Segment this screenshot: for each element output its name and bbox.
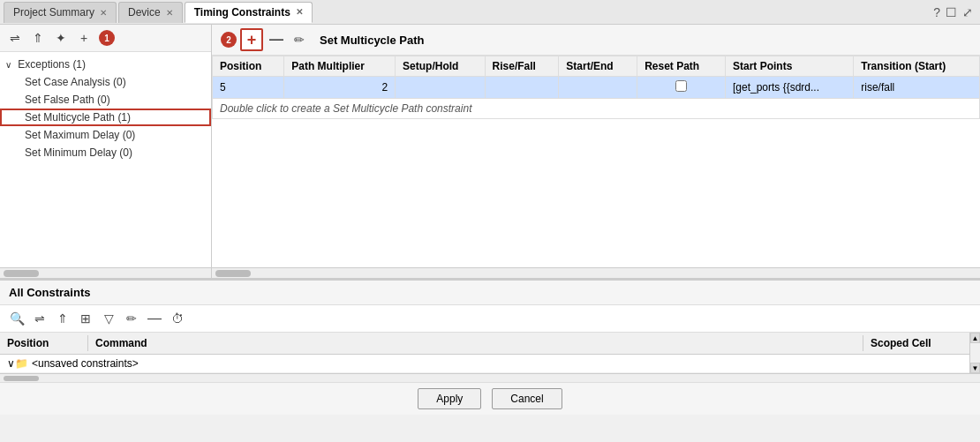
ac-hscroll[interactable]	[0, 373, 980, 382]
col-transition-start: Transition (Start)	[854, 56, 980, 77]
tree-item-set-maximum-delay[interactable]: Set Maximum Delay (0)	[0, 126, 211, 144]
tree-item-set-minimum-delay[interactable]: Set Minimum Delay (0)	[0, 144, 211, 161]
ac-content-area: Position Command Scoped Cell ∨ 📁 <unsave…	[0, 333, 980, 373]
tab-close-timing-constraints[interactable]: ✕	[296, 7, 303, 17]
tree-item-label-0: Set Case Analysis (0)	[25, 76, 126, 88]
right-panel-hscroll[interactable]	[212, 267, 980, 278]
tab-bar: Project Summary ✕ Device ✕ Timing Constr…	[0, 0, 980, 25]
ac-expand-icon: ∨	[7, 357, 15, 370]
ac-filter-button[interactable]: ▽	[99, 309, 118, 328]
expand-all-button[interactable]: ⇌	[5, 28, 25, 48]
tab-device[interactable]: Device ✕	[118, 2, 183, 23]
tree-item-label-3: Set Maximum Delay (0)	[25, 129, 135, 141]
cell-path-multiplier: 2	[284, 77, 396, 99]
vscroll-up-btn[interactable]: ▲	[970, 333, 980, 343]
top-section: ⇌ ⇑ ✦ + 1 ∨ Exceptions (1) Set Case Anal…	[0, 25, 980, 281]
ac-vscroll[interactable]: ▲ ▼	[969, 333, 980, 373]
ac-expand-all-button[interactable]: ⇌	[30, 309, 49, 328]
ac-tree-row-unsaved[interactable]: ∨ 📁 <unsaved constraints>	[0, 355, 969, 373]
col-position: Position	[213, 56, 284, 77]
cell-transition-start: rise/fall	[854, 77, 980, 99]
vscroll-down-btn[interactable]: ▼	[970, 363, 980, 373]
cell-start-end	[559, 77, 637, 99]
col-path-multiplier: Path Multiplier	[284, 56, 396, 77]
col-rise-fall: Rise/Fall	[485, 56, 559, 77]
left-toolbar: ⇌ ⇑ ✦ + 1	[0, 25, 211, 52]
tree-item-set-case-analysis[interactable]: Set Case Analysis (0)	[0, 73, 211, 91]
cancel-button[interactable]: Cancel	[492, 388, 562, 409]
tree-item-set-false-path[interactable]: Set False Path (0)	[0, 91, 211, 109]
ac-col-scoped-header: Scoped Cell	[863, 335, 969, 351]
col-start-end: Start/End	[559, 56, 637, 77]
ac-col-position-header: Position	[0, 335, 88, 351]
right-panel: 2 + — ✏ Set Multicycle Path Position Pat…	[212, 25, 980, 278]
folder-icon: 📁	[15, 357, 28, 370]
left-panel-hscroll[interactable]	[0, 267, 211, 278]
expand-icon: ∨	[5, 60, 11, 70]
ac-group-button[interactable]: ⊞	[76, 309, 95, 328]
search-button[interactable]: 🔍	[7, 309, 26, 328]
tree-area: ∨ Exceptions (1) Set Case Analysis (0) S…	[0, 52, 211, 267]
ac-table-header: Position Command Scoped Cell	[0, 333, 969, 355]
left-panel: ⇌ ⇑ ✦ + 1 ∨ Exceptions (1) Set Case Anal…	[0, 25, 212, 278]
badge-1: 1	[99, 30, 115, 46]
tree-section-label: Exceptions (1)	[18, 58, 86, 71]
hscroll-thumb-right	[215, 270, 251, 277]
button-bar: Apply Cancel	[0, 382, 980, 415]
edit-button[interactable]: ✏	[290, 30, 309, 49]
tree-item-label-1: Set False Path (0)	[25, 94, 110, 106]
table-area: Position Path Multiplier Setup/Hold Rise…	[212, 56, 980, 267]
tab-label-timing-constraints: Timing Constraints	[194, 6, 290, 19]
tree-section-exceptions[interactable]: ∨ Exceptions (1)	[0, 56, 211, 73]
cell-reset-path	[637, 77, 726, 99]
ac-unsaved-label: <unsaved constraints>	[32, 357, 139, 370]
hint-text: Double click to create a Set Multicycle …	[213, 99, 980, 119]
tree-item-label-2: Set Multicycle Path (1)	[25, 111, 131, 124]
col-reset-path: Reset Path	[637, 56, 726, 77]
help-icon[interactable]: ?	[933, 5, 940, 19]
table-hint-row: Double click to create a Set Multicycle …	[213, 99, 980, 119]
badge-2: 2	[221, 32, 237, 48]
tab-close-device[interactable]: ✕	[166, 8, 173, 18]
all-constraints-toolbar: 🔍 ⇌ ⇑ ⊞ ▽ ✏ — ⏱	[0, 305, 980, 333]
cell-setup-hold	[396, 77, 485, 99]
cell-position: 5	[213, 77, 284, 99]
bottom-section: All Constraints 🔍 ⇌ ⇑ ⊞ ▽ ✏ — ⏱ Position…	[0, 281, 980, 415]
pin-button[interactable]: ✦	[51, 28, 71, 48]
table-header-row: Position Path Multiplier Setup/Hold Rise…	[213, 56, 980, 77]
add-left-button[interactable]: +	[74, 28, 94, 48]
add-constraint-button[interactable]: +	[240, 28, 263, 51]
window-controls: ? ☐ ⤢	[933, 5, 976, 19]
apply-button[interactable]: Apply	[418, 388, 481, 409]
cell-start-points: [get_ports {{sdrd...	[725, 77, 853, 99]
tree-item-label-4: Set Minimum Delay (0)	[25, 146, 132, 159]
tab-label-project-summary: Project Summary	[13, 6, 94, 19]
ac-edit-button[interactable]: ✏	[122, 309, 141, 328]
vscroll-track	[970, 343, 980, 363]
hscroll-thumb-left	[4, 270, 39, 277]
tab-close-project-summary[interactable]: ✕	[100, 8, 107, 18]
maximize-icon[interactable]: ⤢	[962, 5, 973, 19]
tab-timing-constraints[interactable]: Timing Constraints ✕	[185, 2, 313, 23]
ac-table-container: Position Command Scoped Cell ∨ 📁 <unsave…	[0, 333, 969, 373]
col-setup-hold: Setup/Hold	[396, 56, 485, 77]
ac-col-command-header: Command	[88, 335, 863, 351]
cell-rise-fall	[485, 77, 559, 99]
collapse-all-button[interactable]: ⇑	[28, 28, 48, 48]
ac-hscroll-thumb	[4, 376, 39, 381]
remove-button[interactable]: —	[267, 30, 286, 49]
tree-item-set-multicycle-path[interactable]: Set Multicycle Path (1)	[0, 109, 211, 126]
ac-remove-button[interactable]: —	[145, 309, 164, 328]
restore-icon[interactable]: ☐	[946, 5, 957, 19]
right-toolbar: 2 + — ✏ Set Multicycle Path	[212, 25, 980, 56]
ac-clock-button[interactable]: ⏱	[168, 309, 187, 328]
tab-label-device: Device	[128, 6, 161, 19]
ac-collapse-all-button[interactable]: ⇑	[53, 309, 72, 328]
constraints-table: Position Path Multiplier Setup/Hold Rise…	[212, 56, 980, 119]
reset-path-checkbox[interactable]	[675, 80, 687, 92]
all-constraints-header: All Constraints	[0, 281, 980, 305]
tab-project-summary[interactable]: Project Summary ✕	[4, 2, 117, 23]
col-start-points: Start Points	[725, 56, 853, 77]
table-row[interactable]: 5 2 [get_ports {{sdrd... rise/fall	[213, 77, 980, 99]
toolbar-title: Set Multicycle Path	[320, 34, 424, 47]
